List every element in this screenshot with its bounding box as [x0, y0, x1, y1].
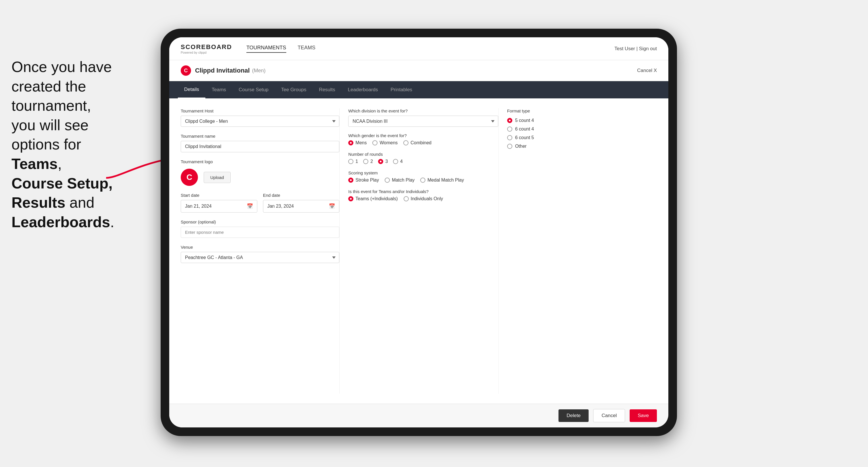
teams-plus-individuals[interactable]: Teams (+Individuals)	[348, 196, 398, 201]
scoring-medal[interactable]: Medal Match Play	[420, 178, 464, 183]
sponsor-section: Sponsor (optional)	[181, 219, 339, 238]
rounds-3[interactable]: 3	[378, 159, 388, 164]
form-col-2: Which division is the event for? NCAA Di…	[339, 108, 498, 394]
scoring-stroke-radio[interactable]	[348, 178, 353, 183]
end-date-label: End date	[263, 193, 340, 198]
rounds-section: Number of rounds 1 2 3	[348, 152, 498, 164]
division-label: Which division is the event for?	[348, 108, 498, 113]
scoring-stroke[interactable]: Stroke Play	[348, 178, 379, 183]
tab-course-setup[interactable]: Course Setup	[232, 81, 275, 98]
tab-printables[interactable]: Printables	[384, 81, 419, 98]
scoring-match[interactable]: Match Play	[385, 178, 414, 183]
tab-leaderboards[interactable]: Leaderboards	[342, 81, 384, 98]
logo-text: SCOREBOARD	[181, 43, 232, 51]
tab-results[interactable]: Results	[313, 81, 342, 98]
rounds-3-label: 3	[385, 159, 388, 164]
tab-teams[interactable]: Teams	[206, 81, 232, 98]
form-col-3: Format type 5 count 4 6 count 4 6 count …	[498, 108, 657, 394]
teams-label: Is this event for Teams and/or Individua…	[348, 189, 498, 194]
gender-mens[interactable]: Mens	[348, 140, 367, 146]
format-6count4-radio[interactable]	[507, 126, 512, 132]
venue-label: Venue	[181, 245, 339, 250]
venue-select[interactable]: Peachtree GC - Atlanta - GA	[181, 252, 339, 263]
cancel-button[interactable]: Cancel	[593, 409, 625, 422]
nav-teams[interactable]: TEAMS	[298, 45, 315, 53]
sponsor-input[interactable]	[181, 227, 339, 238]
instruction-text: Once you have created the tournament, yo…	[0, 46, 161, 243]
format-5count4-label: 5 count 4	[515, 118, 534, 123]
format-6count4-label: 6 count 4	[515, 126, 534, 132]
delete-button[interactable]: Delete	[558, 409, 589, 422]
rounds-2-radio[interactable]	[363, 159, 368, 164]
gender-combined[interactable]: Combined	[403, 140, 431, 146]
format-type-label: Format type	[507, 108, 657, 113]
rounds-1-radio[interactable]	[348, 159, 353, 164]
format-other[interactable]: Other	[507, 144, 657, 149]
tablet-screen: SCOREBOARD Powered by clippd TOURNAMENTS…	[169, 37, 669, 428]
scoring-medal-label: Medal Match Play	[427, 178, 464, 183]
action-bar: Delete Cancel Save	[169, 404, 669, 428]
tournament-icon: C	[181, 65, 191, 76]
tournament-host-select[interactable]: Clippd College - Men	[181, 116, 339, 127]
tournament-name-input[interactable]	[181, 141, 339, 152]
sponsor-label: Sponsor (optional)	[181, 219, 339, 224]
teams-plus-radio[interactable]	[348, 196, 353, 201]
gender-womens-label: Womens	[379, 140, 398, 146]
end-date-value: Jan 23, 2024	[267, 204, 294, 209]
cancel-top-button[interactable]: Cancel X	[637, 68, 657, 73]
rounds-1[interactable]: 1	[348, 159, 358, 164]
tournament-logo-label: Tournament logo	[181, 159, 339, 164]
upload-button[interactable]: Upload	[204, 172, 230, 183]
start-date-input[interactable]: Jan 21, 2024 📅	[181, 200, 257, 213]
gender-womens[interactable]: Womens	[372, 140, 398, 146]
rounds-1-label: 1	[355, 159, 358, 164]
individuals-only[interactable]: Individuals Only	[404, 196, 443, 201]
rounds-2-label: 2	[370, 159, 373, 164]
scoring-section: Scoring system Stroke Play Match Play	[348, 170, 498, 183]
tab-bar: Details Teams Course Setup Tee Groups Re…	[169, 81, 669, 98]
nav-tournaments[interactable]: TOURNAMENTS	[246, 45, 286, 53]
top-nav: SCOREBOARD Powered by clippd TOURNAMENTS…	[169, 37, 669, 60]
venue-section: Venue Peachtree GC - Atlanta - GA	[181, 245, 339, 263]
format-6count4[interactable]: 6 count 4	[507, 126, 657, 132]
rounds-4[interactable]: 4	[393, 159, 403, 164]
gender-womens-radio[interactable]	[372, 140, 377, 146]
tournament-header: C Clippd Invitational (Men) Cancel X	[169, 60, 669, 81]
format-6count5-radio[interactable]	[507, 135, 512, 140]
gender-mens-radio[interactable]	[348, 140, 353, 146]
tab-tee-groups[interactable]: Tee Groups	[275, 81, 313, 98]
scoring-match-radio[interactable]	[385, 178, 390, 183]
individuals-only-radio[interactable]	[404, 196, 409, 201]
format-5count4[interactable]: 5 count 4	[507, 118, 657, 123]
end-date-input[interactable]: Jan 23, 2024 📅	[263, 200, 340, 213]
format-6count5[interactable]: 6 count 5	[507, 135, 657, 140]
tournament-logo-section: Tournament logo C Upload	[181, 159, 339, 186]
gender-label: Which gender is the event for?	[348, 133, 498, 138]
date-row: Start date Jan 21, 2024 📅 End date Jan 2…	[181, 193, 339, 213]
division-section: Which division is the event for? NCAA Di…	[348, 108, 498, 127]
rounds-label: Number of rounds	[348, 152, 498, 157]
teams-section: Is this event for Teams and/or Individua…	[348, 189, 498, 201]
rounds-4-label: 4	[400, 159, 403, 164]
format-5count4-radio[interactable]	[507, 118, 512, 123]
rounds-3-radio[interactable]	[378, 159, 383, 164]
end-date-section: End date Jan 23, 2024 📅	[263, 193, 340, 213]
scoring-match-label: Match Play	[392, 178, 414, 183]
logo-upload-area: C Upload	[181, 169, 339, 186]
calendar-icon-end: 📅	[329, 203, 335, 209]
save-button[interactable]: Save	[630, 409, 657, 422]
rounds-4-radio[interactable]	[393, 159, 398, 164]
gender-mens-label: Mens	[355, 140, 367, 146]
division-select[interactable]: NCAA Division III	[348, 116, 498, 127]
tournament-host-label: Tournament Host	[181, 108, 339, 113]
user-area[interactable]: Test User | Sign out	[614, 46, 657, 52]
tournament-name-label: Tournament name	[181, 134, 339, 138]
rounds-2[interactable]: 2	[363, 159, 373, 164]
main-nav: TOURNAMENTS TEAMS	[246, 45, 614, 53]
tournament-subtitle: (Men)	[252, 68, 266, 74]
gender-combined-radio[interactable]	[403, 140, 408, 146]
tab-details[interactable]: Details	[178, 81, 206, 98]
tournament-host-section: Tournament Host Clippd College - Men	[181, 108, 339, 127]
scoring-medal-radio[interactable]	[420, 178, 425, 183]
format-other-radio[interactable]	[507, 144, 512, 149]
